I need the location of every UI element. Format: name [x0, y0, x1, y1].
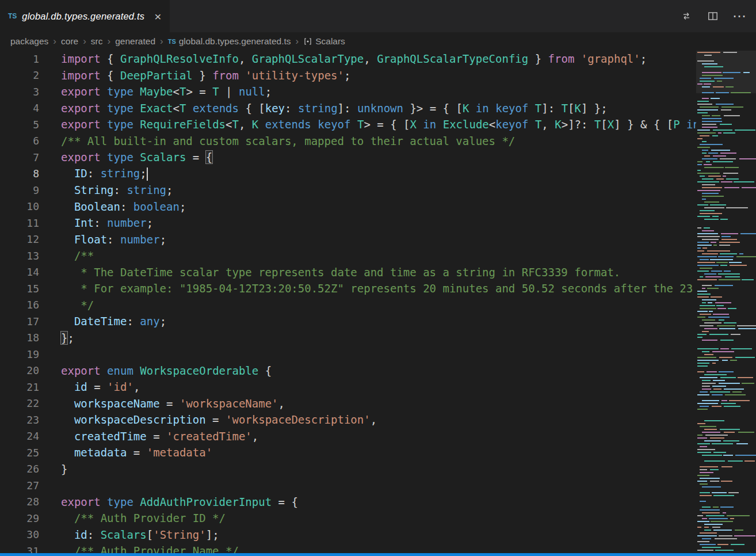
ellipsis-glyph: ⋯ [732, 9, 746, 23]
line-number: 16 [0, 299, 39, 311]
line-number: 1 [0, 53, 39, 65]
code-line-text: } [39, 463, 67, 475]
breadcrumb-item-global-db-types-generated-ts[interactable]: TSglobal.db.types.generated.ts [168, 36, 291, 47]
code-line-13[interactable]: 13 /** [0, 247, 696, 264]
breadcrumb-label: Scalars [315, 36, 345, 47]
breadcrumb-item-generated[interactable]: generated [115, 36, 155, 47]
code-line-text: DateTime: any; [39, 315, 166, 327]
vscode-window: TS global.db.types.generated.ts × ⋯ p [0, 0, 756, 556]
code-line-26[interactable]: 26} [0, 461, 696, 478]
breadcrumb-item-scalars[interactable]: Scalars [303, 36, 345, 47]
code-line-24[interactable]: 24 createdTime = 'createdTime', [0, 428, 696, 445]
code-line-23[interactable]: 23 workspaceDescription = 'workspaceDesc… [0, 412, 696, 428]
code-line-text: String: string; [39, 184, 173, 196]
code-line-25[interactable]: 25 metadata = 'metadata' [0, 444, 696, 461]
code-line-16[interactable]: 16 */ [0, 297, 696, 314]
code-line-text: export type AddAuthProviderInput = { [39, 496, 298, 508]
code-line-4[interactable]: 4export type Exact<T extends { [key: str… [0, 100, 696, 117]
line-number: 15 [0, 283, 39, 295]
tab-global-db-types-generated[interactable]: TS global.db.types.generated.ts × [0, 0, 170, 32]
tab-label: global.db.types.generated.ts [22, 11, 144, 22]
code-line-22[interactable]: 22 workspaceName = 'workspaceName', [0, 395, 696, 412]
line-number: 9 [0, 184, 39, 196]
code-line-text: /** All built-in and custom scalars, map… [39, 135, 515, 147]
breadcrumb-separator: › [296, 36, 299, 47]
line-number: 28 [0, 496, 39, 508]
code-line-14[interactable]: 14 * The DateTime scalar type represents… [0, 264, 696, 281]
code-line-5[interactable]: 5export type RequireFields<T, K extends … [0, 116, 696, 133]
code-line-10[interactable]: 10 Boolean: boolean; [0, 199, 696, 215]
line-number: 23 [0, 414, 39, 426]
code-line-28[interactable]: 28export type AddAuthProviderInput = { [0, 494, 696, 511]
code-line-20[interactable]: 20export enum WorkspaceOrderable { [0, 363, 696, 379]
open-changes-icon[interactable] [678, 7, 695, 25]
code-line-30[interactable]: 30 id: Scalars['String']; [0, 527, 696, 543]
line-number: 17 [0, 315, 39, 327]
minimap[interactable] [696, 51, 756, 553]
code-line-15[interactable]: 15 * For example: "1985-04-12T23:20:50.5… [0, 280, 696, 297]
line-number: 25 [0, 447, 39, 459]
line-number: 4 [0, 102, 39, 114]
code-line-3[interactable]: 3export type Maybe<T> = T | null; [0, 83, 696, 100]
line-number: 20 [0, 364, 39, 376]
code-line-text: workspaceDescription = 'workspaceDescrip… [39, 413, 377, 426]
code-line-text: * The DateTime scalar type represents da… [39, 266, 620, 279]
breadcrumb-separator: › [108, 36, 111, 47]
editor-actions: ⋯ [678, 0, 756, 32]
breadcrumb-item-src[interactable]: src [91, 36, 103, 47]
line-number: 12 [0, 233, 39, 245]
code-line-text: id: Scalars['String']; [39, 528, 219, 541]
code-line-8[interactable]: 8 ID: string; [0, 166, 696, 182]
tab-close-icon[interactable]: × [154, 10, 161, 22]
code-lines: 1import { GraphQLResolveInfo, GraphQLSca… [0, 51, 696, 553]
line-number: 14 [0, 266, 39, 278]
code-line-21[interactable]: 21 id = 'id', [0, 379, 696, 395]
code-editor[interactable]: 1import { GraphQLResolveInfo, GraphQLSca… [0, 51, 696, 553]
symbol-object-icon [303, 37, 312, 46]
split-editor-icon[interactable] [704, 7, 721, 25]
code-line-9[interactable]: 9 String: string; [0, 182, 696, 199]
code-line-text: export type RequireFields<T, K extends k… [39, 118, 696, 131]
code-line-text: workspaceName = 'workspaceName', [39, 397, 285, 410]
breadcrumb-separator: › [53, 36, 56, 47]
breadcrumb-label: core [61, 36, 78, 47]
code-line-1[interactable]: 1import { GraphQLResolveInfo, GraphQLSca… [0, 51, 696, 67]
code-line-text: /** Auth Provider Name */ [39, 544, 239, 553]
more-actions-icon[interactable]: ⋯ [731, 7, 748, 25]
line-number: 30 [0, 528, 39, 540]
code-line-text: metadata = 'metadata' [39, 446, 212, 459]
code-line-29[interactable]: 29 /** Auth Provider ID */ [0, 510, 696, 527]
code-line-7[interactable]: 7export type Scalars = { [0, 149, 696, 166]
swap-arrows-icon [681, 11, 692, 21]
code-line-text: Int: number; [39, 216, 153, 229]
breadcrumb: packages›core›src›generated›TSglobal.db.… [0, 32, 756, 51]
code-line-text: export type Maybe<T> = T | null; [39, 85, 272, 98]
breadcrumb-label: packages [10, 36, 48, 47]
breadcrumb-item-packages[interactable]: packages [10, 36, 48, 47]
code-line-text: import { GraphQLResolveInfo, GraphQLScal… [39, 52, 647, 65]
code-line-18[interactable]: 18}; [0, 330, 696, 346]
split-rectangle-icon [708, 11, 718, 21]
line-number: 11 [0, 217, 39, 229]
code-line-27[interactable]: 27 [0, 477, 696, 494]
typescript-icon: TS [168, 38, 176, 45]
code-line-19[interactable]: 19 [0, 346, 696, 363]
code-line-11[interactable]: 11 Int: number; [0, 215, 696, 231]
line-number: 19 [0, 348, 39, 360]
code-line-text: id = 'id', [39, 380, 140, 393]
code-line-text: Boolean: boolean; [39, 200, 186, 213]
typescript-file-icon: TS [8, 12, 17, 20]
code-line-text: createdTime = 'createdTime', [39, 430, 258, 443]
line-number: 5 [0, 119, 39, 131]
code-line-text: }; [39, 332, 74, 344]
code-line-text: /** Auth Provider ID */ [39, 512, 226, 524]
minimap-lines [696, 51, 756, 551]
code-line-31[interactable]: 31 /** Auth Provider Name */ [0, 543, 696, 553]
code-line-6[interactable]: 6/** All built-in and custom scalars, ma… [0, 133, 696, 150]
code-line-17[interactable]: 17 DateTime: any; [0, 313, 696, 330]
code-line-text: export enum WorkspaceOrderable { [39, 364, 272, 377]
code-line-2[interactable]: 2import { DeepPartial } from 'utility-ty… [0, 67, 696, 84]
code-line-12[interactable]: 12 Float: number; [0, 231, 696, 248]
breadcrumb-item-core[interactable]: core [61, 36, 78, 47]
line-number: 6 [0, 135, 39, 147]
